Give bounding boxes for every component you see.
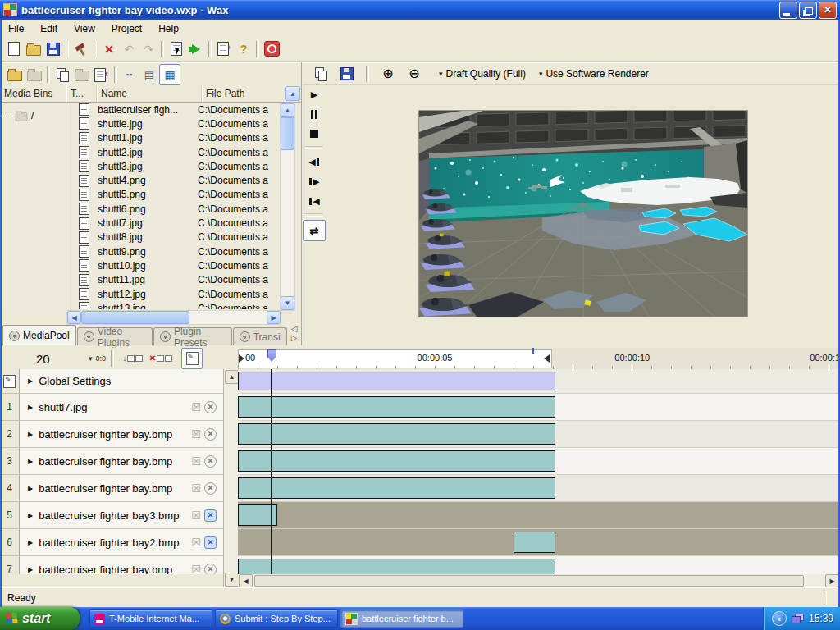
file-list-row[interactable]: shutt12.jpg C:\Documents a xyxy=(66,287,280,301)
remove-track-icon[interactable]: ✕ xyxy=(204,428,217,441)
scrollbar-thumb[interactable] xyxy=(81,311,189,324)
file-list-row[interactable]: shuttl9.png C:\Documents a xyxy=(66,244,280,258)
expand-arrow-icon[interactable]: ▶ xyxy=(28,539,33,546)
loop-toggle-button[interactable]: ⇄ xyxy=(303,220,326,241)
timeline-clip[interactable] xyxy=(238,372,555,390)
timeline-lane[interactable] xyxy=(238,502,840,529)
track-row[interactable]: 2 ▶ battlecruiser fighter bay.bmp ☒ ✕ xyxy=(0,421,223,448)
record-button[interactable] xyxy=(262,39,281,59)
scroll-up-button[interactable]: ▲ xyxy=(281,103,294,117)
track-size-value[interactable]: 20 xyxy=(36,352,69,366)
file-list-row[interactable]: shuttl3.jpg C:\Documents a xyxy=(66,159,280,173)
undo-button[interactable]: ↶ xyxy=(119,39,139,59)
menu-project[interactable]: Project xyxy=(103,21,150,37)
scroll-left-button[interactable]: ◀ xyxy=(67,311,81,324)
tab-video-plugins[interactable]: Video Plugins xyxy=(77,327,153,345)
taskbar-task-button[interactable]: T-Mobile Internet Ma... xyxy=(89,609,212,628)
file-list-row[interactable]: shutt11.jpg C:\Documents a xyxy=(66,273,280,287)
title-bar[interactable]: battlecruiser fighter bay video.wxp - Wa… xyxy=(0,0,840,20)
hide-track-icon[interactable]: ☒ xyxy=(191,456,201,467)
file-list-row[interactable]: shuttl4.png C:\Documents a xyxy=(66,173,280,187)
file-list-row[interactable]: shuttl8.jpg C:\Documents a xyxy=(66,231,280,244)
up-bin-button[interactable] xyxy=(25,65,44,84)
timeline-clip[interactable] xyxy=(514,532,555,553)
network-icon[interactable] xyxy=(792,614,804,623)
scrollbar-thumb[interactable] xyxy=(254,575,804,587)
expand-arrow-icon[interactable]: ▶ xyxy=(28,431,33,438)
playhead-line[interactable] xyxy=(271,369,272,574)
scroll-down-button[interactable]: ▼ xyxy=(281,296,294,310)
scroll-right-button[interactable]: ▶ xyxy=(825,574,839,587)
scroll-right-button[interactable]: ▶ xyxy=(267,311,281,324)
tab-mediapool[interactable]: MediaPool xyxy=(2,325,76,345)
timeline-zoom-dropdown[interactable]: ▾ 0:0 xyxy=(89,354,106,363)
file-list-hscrollbar[interactable]: ◀ ▶ xyxy=(66,310,281,325)
renderer-dropdown[interactable]: ▾ Use Software Renderer xyxy=(539,68,649,80)
play-button[interactable]: ▶ xyxy=(304,85,324,103)
bin-root-item[interactable]: / xyxy=(2,109,66,122)
help-topics-button[interactable]: ? xyxy=(214,39,234,59)
scroll-up-button[interactable]: ▲ xyxy=(225,370,239,384)
restore-button[interactable] xyxy=(799,2,817,19)
remove-track-icon[interactable]: ✕ xyxy=(204,401,217,413)
track-row[interactable]: ▶ Global Settings xyxy=(0,369,223,394)
delete-button[interactable]: ✕ xyxy=(99,39,119,59)
minimize-button[interactable] xyxy=(779,2,797,19)
hide-track-icon[interactable]: ☒ xyxy=(191,483,201,494)
menu-file[interactable]: File xyxy=(0,21,32,37)
open-media-button[interactable] xyxy=(72,65,92,84)
remove-track-icon[interactable]: ✕ xyxy=(204,455,217,468)
expand-arrow-icon[interactable]: ▶ xyxy=(28,485,33,492)
remove-track-icon[interactable]: ✕ xyxy=(204,482,217,495)
select-tool-button[interactable] xyxy=(167,39,186,59)
scroll-up-button[interactable]: ▲ xyxy=(285,86,300,101)
clock[interactable]: 15:39 xyxy=(809,613,833,624)
file-list-row[interactable]: battlecruiser figh... C:\Documents a xyxy=(66,103,280,116)
menu-edit[interactable]: Edit xyxy=(32,21,66,37)
track-row[interactable]: 6 ▶ battlecruiser fighter bay2.bmp ☒ ✕ xyxy=(0,529,223,556)
delete-track-button[interactable]: ✕ xyxy=(147,349,175,368)
save-frame-button[interactable] xyxy=(337,64,357,84)
zoom-in-button[interactable]: ⊕ xyxy=(378,64,398,84)
timeline-clip[interactable] xyxy=(238,423,555,445)
timeline-lane[interactable] xyxy=(238,448,840,475)
file-list-row[interactable]: shuttle.jpg C:\Documents a xyxy=(66,116,280,130)
hide-track-icon[interactable]: ☒ xyxy=(191,402,201,413)
timeline-clip[interactable] xyxy=(238,559,555,574)
column-name[interactable]: Name xyxy=(97,85,202,102)
new-bin-button[interactable] xyxy=(5,65,25,84)
export-button[interactable] xyxy=(186,39,206,59)
hide-track-icon[interactable]: ☒ xyxy=(191,537,201,548)
pause-button[interactable] xyxy=(304,105,324,123)
tab-plugin-presets[interactable]: Plugin Presets xyxy=(153,327,232,345)
redo-button[interactable]: ↷ xyxy=(139,39,158,59)
taskbar-task-button[interactable]: Submit : Step By Step... xyxy=(215,609,338,628)
timeline-vscrollbar[interactable]: ▲ ▼ xyxy=(223,369,239,587)
draft-quality-dropdown[interactable]: ▾ Draft Quality (Full) xyxy=(439,68,526,80)
zoom-out-button[interactable]: ⊖ xyxy=(404,64,424,84)
view-details-button[interactable]: ▦ xyxy=(159,64,180,85)
timeline-ruler[interactable]: 00 00:00:0500:00:1000:00:1 xyxy=(238,348,840,370)
insert-track-button[interactable]: ↓ xyxy=(119,349,147,368)
keyframe-icon[interactable] xyxy=(3,375,16,388)
track-row[interactable]: 3 ▶ battlecruiser fighter bay.bmp ☒ ✕ xyxy=(0,448,223,475)
menu-view[interactable]: View xyxy=(66,21,103,37)
file-list-row[interactable]: shutt13.jpg C:\Documents a xyxy=(66,301,280,309)
timeline-lanes[interactable] xyxy=(238,369,840,574)
timeline-lane[interactable] xyxy=(238,369,840,394)
column-path[interactable]: File Path xyxy=(202,85,285,102)
previous-frame-button[interactable]: ◀ xyxy=(304,153,324,171)
file-list-row[interactable]: shuttl1.jpg C:\Documents a xyxy=(66,131,280,145)
expand-arrow-icon[interactable]: ▶ xyxy=(28,377,33,385)
file-list-row[interactable]: shuttl6.png C:\Documents a xyxy=(66,202,280,216)
expand-arrow-icon[interactable]: ▶ xyxy=(28,566,33,573)
remove-media-button[interactable]: ✕ xyxy=(92,65,112,84)
timeline-clip[interactable] xyxy=(238,396,555,418)
expand-arrow-icon[interactable]: ▶ xyxy=(28,404,33,411)
remove-track-icon[interactable]: ✕ xyxy=(204,509,217,522)
save-project-button[interactable] xyxy=(43,39,63,59)
start-button[interactable]: start xyxy=(0,607,80,630)
remove-track-icon[interactable]: ✕ xyxy=(204,564,217,575)
file-list-row[interactable]: shutt10.jpg C:\Documents a xyxy=(66,258,280,272)
timeline-lane[interactable] xyxy=(238,394,840,421)
